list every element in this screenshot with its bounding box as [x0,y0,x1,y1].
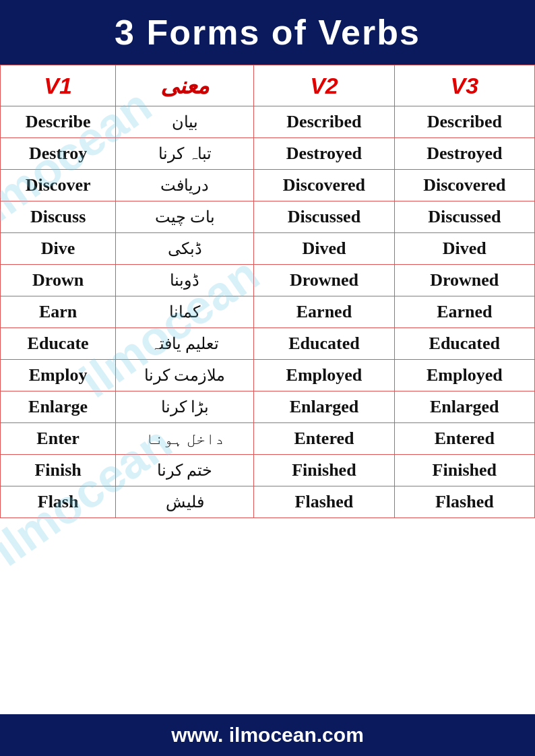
col-v3: V3 [394,65,534,106]
cell-v3: Flashed [394,486,534,518]
cell-urdu: ملازمت کرنا [116,360,254,391]
cell-v3: Discovered [394,170,534,201]
cell-v2: Enlarged [254,391,394,423]
table-row: Educateتعلیم یافتہEducatedEducated [1,328,535,360]
cell-v3: Educated [394,328,534,360]
table-row: Destroyتباہ کرناDestroyedDestroyed [1,138,535,170]
page-footer: www. ilmocean.com [0,714,535,756]
table-row: DescribeبیانDescribedDescribed [1,106,535,138]
footer-url: www. ilmocean.com [171,724,364,746]
cell-v3: Enlarged [394,391,534,423]
table-row: Finishختم کرناFinishedFinished [1,455,535,486]
cell-v2: Discussed [254,201,394,233]
cell-urdu: داخل ہونا [116,423,254,455]
table-row: Enlargeبڑا کرناEnlargedEnlarged [1,391,535,423]
cell-v2: Finished [254,455,394,486]
cell-v2: Drowned [254,265,394,296]
page-title: 3 Forms of Verbs [13,12,522,53]
verbs-table: V1 معنی V2 V3 DescribeبیانDescribedDescr… [0,65,535,518]
cell-urdu: تباہ کرنا [116,138,254,170]
cell-v2: Described [254,106,394,138]
table-row: Discussبات چیتDiscussedDiscussed [1,201,535,233]
col-v2: V2 [254,65,394,106]
table-row: FlashفلیشFlashedFlashed [1,486,535,518]
cell-urdu: بڑا کرنا [116,391,254,423]
cell-v1: Dive [1,233,116,265]
cell-v2: Dived [254,233,394,265]
cell-v1: Enlarge [1,391,116,423]
cell-urdu: بیان [116,106,254,138]
cell-urdu: فلیش [116,486,254,518]
cell-v3: Drowned [394,265,534,296]
cell-v1: Describe [1,106,116,138]
table-wrapper: ilmocean ilmocean ilmocean V1 معنی V2 V3… [0,65,535,714]
cell-urdu: ختم کرنا [116,455,254,486]
cell-v3: Destroyed [394,138,534,170]
table-row: EarnکماناEarnedEarned [1,296,535,328]
cell-urdu: ڈبکی [116,233,254,265]
cell-v1: Earn [1,296,116,328]
cell-v3: Finished [394,455,534,486]
cell-v2: Flashed [254,486,394,518]
cell-urdu: دریافت [116,170,254,201]
table-row: DiveڈبکیDivedDived [1,233,535,265]
cell-urdu: ڈوبنا [116,265,254,296]
cell-v2: Earned [254,296,394,328]
cell-v2: Discovered [254,170,394,201]
table-row: DrownڈوبناDrownedDrowned [1,265,535,296]
cell-v1: Finish [1,455,116,486]
cell-v2: Employed [254,360,394,391]
col-v1: V1 [1,65,116,106]
table-row: DiscoverدریافتDiscoveredDiscovered [1,170,535,201]
cell-v1: Discuss [1,201,116,233]
table-header-row: V1 معنی V2 V3 [1,65,535,106]
cell-v3: Dived [394,233,534,265]
cell-urdu: کمانا [116,296,254,328]
table-row: Enterداخل ہوناEnteredEntered [1,423,535,455]
cell-v1: Employ [1,360,116,391]
cell-v2: Entered [254,423,394,455]
cell-v2: Educated [254,328,394,360]
cell-urdu: بات چیت [116,201,254,233]
cell-v1: Discover [1,170,116,201]
cell-v3: Employed [394,360,534,391]
cell-v3: Earned [394,296,534,328]
cell-v1: Drown [1,265,116,296]
cell-v1: Destroy [1,138,116,170]
cell-v1: Enter [1,423,116,455]
col-meaning: معنی [116,65,254,106]
cell-v3: Discussed [394,201,534,233]
cell-v3: Described [394,106,534,138]
cell-v1: Flash [1,486,116,518]
page-header: 3 Forms of Verbs [0,0,535,65]
table-row: Employملازمت کرناEmployedEmployed [1,360,535,391]
cell-v3: Entered [394,423,534,455]
cell-urdu: تعلیم یافتہ [116,328,254,360]
cell-v2: Destroyed [254,138,394,170]
cell-v1: Educate [1,328,116,360]
